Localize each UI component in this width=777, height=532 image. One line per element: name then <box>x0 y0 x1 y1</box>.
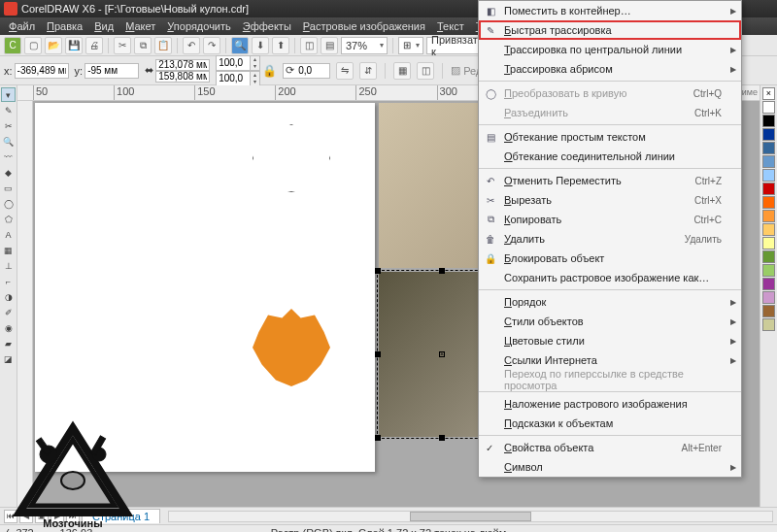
effects-tool[interactable]: ◑ <box>1 289 16 304</box>
color-swatch[interactable] <box>762 155 775 168</box>
horizontal-scrollbar[interactable]: ш <box>168 511 773 522</box>
app-launcher-button[interactable]: ◫ <box>300 37 318 54</box>
menu-item[interactable]: ◧Поместить в контейнер…▶ <box>479 1 741 20</box>
redo-button[interactable]: ↷ <box>203 37 220 54</box>
menu-Файл[interactable]: Файл <box>4 18 40 34</box>
text-tool[interactable]: A <box>1 227 16 242</box>
color-swatch[interactable] <box>762 183 775 195</box>
pos-x-input[interactable] <box>15 63 69 79</box>
welcome-button[interactable]: ▤ <box>321 37 338 54</box>
menu-item[interactable]: Цветовые стили▶ <box>479 331 741 350</box>
mirror-v-button[interactable]: ⇵ <box>359 62 377 80</box>
zoom-tool[interactable]: 🔍 <box>1 134 16 149</box>
color-swatch[interactable] <box>762 169 775 182</box>
export-button[interactable]: ⬆ <box>272 37 289 54</box>
app-button[interactable]: C <box>4 37 21 54</box>
menu-item[interactable]: Наложение растрового изображения <box>479 394 741 414</box>
menu-item[interactable]: Трассировка абрисом▶ <box>479 59 741 79</box>
menu-item[interactable]: ✓Свойства объектаAlt+Enter <box>479 438 741 457</box>
connector-tool[interactable]: ⌐ <box>1 274 16 288</box>
color-swatch[interactable] <box>762 250 775 263</box>
pick-tool[interactable]: ▾ <box>1 87 16 102</box>
color-swatch[interactable] <box>762 115 775 127</box>
color-swatch[interactable] <box>762 291 775 304</box>
paste-button[interactable]: 📋 <box>154 37 172 54</box>
color-swatch[interactable] <box>762 264 775 277</box>
menu-item[interactable]: ↶Отменить ПереместитьCtrl+Z <box>479 171 741 190</box>
color-swatch[interactable] <box>762 278 775 290</box>
search-button[interactable]: 🔍 <box>231 37 249 54</box>
save-button[interactable]: 💾 <box>65 37 83 54</box>
crop-tool[interactable]: ✂ <box>1 118 16 133</box>
color-swatch[interactable] <box>762 237 775 249</box>
menu-Упорядочить[interactable]: Упорядочить <box>162 18 235 34</box>
menu-item[interactable]: Подсказки к объектам <box>479 414 741 433</box>
height-input[interactable] <box>155 71 210 83</box>
menu-item[interactable]: ⧉КопироватьCtrl+C <box>479 210 741 229</box>
color-swatch[interactable] <box>762 318 775 331</box>
outline-tool[interactable]: ◉ <box>1 320 16 335</box>
print-button[interactable]: 🖨 <box>85 37 103 54</box>
handle-center[interactable]: × <box>439 351 445 357</box>
menu-item[interactable]: Сохранить растровое изображение как… <box>479 268 741 287</box>
menu-item[interactable]: 🔒Блокировать объект <box>479 249 741 268</box>
menu-item[interactable]: Символ▶ <box>479 457 741 477</box>
width-input[interactable] <box>155 59 210 71</box>
menu-item[interactable]: ▤Обтекание простым текстом <box>479 127 741 147</box>
bitmap-button-2[interactable]: ◫ <box>417 62 434 80</box>
rotation-spin[interactable]: ⟳ <box>283 63 330 79</box>
scroll-thumb[interactable] <box>410 512 530 521</box>
color-swatch[interactable] <box>762 128 775 141</box>
interactive-fill-tool[interactable]: ◪ <box>1 351 16 366</box>
color-swatch[interactable] <box>762 210 775 222</box>
dimension-tool[interactable]: ⊥ <box>1 258 16 273</box>
menu-Макет[interactable]: Макет <box>120 18 160 34</box>
fill-tool[interactable]: ▰ <box>1 336 16 350</box>
color-swatch[interactable] <box>762 101 775 114</box>
zoom-select[interactable]: 37% <box>341 37 388 54</box>
menu-Растровые изображения[interactable]: Растровые изображения <box>298 18 430 34</box>
menu-item[interactable]: Ссылки Интернета▶ <box>479 350 741 370</box>
scale-x-spin[interactable]: ▴▾ <box>216 55 260 71</box>
scale-y-spin[interactable]: ▴▾ <box>216 71 260 86</box>
handle-w[interactable] <box>375 351 381 357</box>
menu-Эффекты[interactable]: Эффекты <box>238 18 296 34</box>
table-tool[interactable]: ▦ <box>1 243 16 257</box>
color-swatch[interactable] <box>762 142 775 154</box>
bitmap-button-1[interactable]: ▦ <box>393 62 411 80</box>
polygon-tool[interactable]: ⬠ <box>1 212 16 226</box>
color-swatch[interactable] <box>762 223 775 236</box>
cut-button[interactable]: ✂ <box>114 37 131 54</box>
menu-Правка[interactable]: Правка <box>42 18 87 34</box>
new-button[interactable]: ▢ <box>24 37 42 54</box>
handle-s[interactable] <box>439 435 445 441</box>
menu-Текст[interactable]: Текст <box>432 18 469 34</box>
undo-button[interactable]: ↶ <box>183 37 200 54</box>
handle-n[interactable] <box>439 268 445 274</box>
ellipse-tool[interactable]: ◯ <box>1 196 16 211</box>
menu-item[interactable]: ✎Быстрая трассировка <box>479 20 741 40</box>
menu-item[interactable]: Трассировка по центральной линии▶ <box>479 40 741 59</box>
open-button[interactable]: 📂 <box>45 37 62 54</box>
pos-y-input[interactable] <box>84 63 139 79</box>
menu-item[interactable]: ✂ВырезатьCtrl+X <box>479 190 741 210</box>
menu-item[interactable]: 🗑УдалитьУдалить <box>479 229 741 249</box>
menu-item[interactable]: Стили объектов▶ <box>479 312 741 331</box>
lock-ratio-icon[interactable]: 🔒 <box>262 64 277 78</box>
menu-item[interactable]: Обтекание соединительной линии <box>479 147 741 166</box>
menu-Вид[interactable]: Вид <box>89 18 118 34</box>
handle-sw[interactable] <box>375 435 381 441</box>
color-swatch[interactable] <box>762 196 775 209</box>
smart-fill-tool[interactable]: ◆ <box>1 165 16 180</box>
handle-nw[interactable] <box>375 268 381 274</box>
freehand-tool[interactable]: 〰 <box>1 150 16 164</box>
rectangle-tool[interactable]: ▭ <box>1 181 16 195</box>
snap-icon-select[interactable]: ⊞ <box>398 37 423 54</box>
menu-item[interactable]: Порядок▶ <box>479 292 741 312</box>
shape-tool[interactable]: ✎ <box>1 103 16 117</box>
color-swatch[interactable] <box>762 305 775 317</box>
eyedropper-tool[interactable]: ✐ <box>1 305 16 319</box>
import-button[interactable]: ⬇ <box>252 37 269 54</box>
mirror-h-button[interactable]: ⇋ <box>336 62 354 80</box>
copy-button[interactable]: ⧉ <box>134 37 152 54</box>
